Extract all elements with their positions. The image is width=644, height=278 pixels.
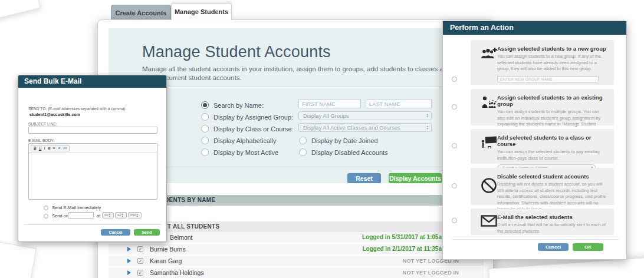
divider (142, 167, 461, 167)
page-title: Manage Student Accounts (142, 43, 331, 61)
minute-select[interactable]: 42 (115, 212, 127, 219)
action-description: Craft an e-mail that will be automatical… (497, 222, 608, 234)
action-card-disable: Disable selected student accounts Disabl… (471, 168, 614, 205)
action-card-new-group: Assign selected students to a new group … (471, 40, 614, 85)
assigned-group-select-value: Display All Groups (303, 112, 349, 119)
page-description: Manage all the student accounts in your … (142, 65, 494, 82)
link-icon[interactable]: ⚭ (57, 145, 61, 151)
radio-alphabetical[interactable] (201, 137, 209, 144)
action-title: E-Mail the selected students (497, 214, 608, 220)
italic-icon[interactable]: I (44, 145, 45, 151)
editor-toolbar-group: B U I ≣ ≡ ⚭ ⚯ (31, 145, 70, 151)
send-to-value: student1@accuskills.com (29, 112, 80, 117)
label-class-course: Display by Class or Course: (213, 125, 294, 133)
ampm-select-value: PM (130, 213, 136, 217)
radio-search-by-name[interactable] (201, 101, 209, 109)
body-label: E-MAIL BODY: (28, 138, 54, 143)
email-cancel-button[interactable]: Cancel (101, 229, 130, 236)
display-accounts-button[interactable]: Display Accounts (389, 173, 442, 183)
ampm-select[interactable]: PM (128, 212, 142, 219)
action-title: Add selected students to a class or cour… (497, 134, 608, 147)
student-row: Samantha Holdings NOT YET LOGGED IN (109, 267, 484, 278)
student-name: Karan Garg (150, 256, 182, 266)
radio-most-active[interactable] (201, 148, 209, 156)
new-group-name-input[interactable] (497, 76, 599, 82)
class-board-icon (479, 136, 499, 151)
action-title: Assign selected students to an existing … (497, 94, 608, 107)
student-checkbox[interactable] (137, 246, 143, 252)
underline-icon[interactable]: U (39, 145, 42, 151)
label-most-active: Display by Most Active (213, 148, 278, 157)
radio-class-course[interactable] (201, 125, 209, 133)
select-arrows-icon (121, 213, 124, 218)
radio-date-joined[interactable] (299, 137, 307, 144)
perform-action-panel: Perform an Action Assign selected studen… (442, 21, 627, 260)
radio-disabled-accounts[interactable] (299, 148, 307, 156)
label-at: at (97, 213, 100, 219)
label-search-by-name: Search by Name: (213, 101, 264, 110)
student-name: Burnie Burns (150, 244, 186, 254)
page-description-line2: disable current student accounts. (142, 74, 494, 82)
first-name-input[interactable] (298, 100, 361, 108)
group-add-icon (479, 47, 499, 62)
action-description: You can assign students to a new group. … (497, 54, 608, 72)
select-arrows-icon (136, 213, 139, 218)
action-text: Add selected students to a class or cour… (497, 134, 608, 172)
radio-action-disable[interactable] (452, 183, 457, 188)
bold-icon[interactable]: B (34, 145, 37, 151)
expand-arrow-icon[interactable] (127, 270, 131, 275)
unlink-icon[interactable]: ⚯ (63, 145, 67, 151)
student-status: NOT YET LOGGED IN (403, 267, 484, 278)
action-title: Disable selected student accounts (497, 173, 608, 180)
student-checkbox[interactable] (137, 258, 143, 264)
tab-manage-students[interactable]: Manage Students (171, 3, 232, 20)
radio-assigned-group[interactable] (201, 113, 209, 121)
reset-button[interactable]: Reset (347, 173, 381, 183)
radio-action-email[interactable] (452, 218, 457, 223)
class-course-select[interactable]: Display All Active Classes and Courses (298, 123, 432, 132)
hour-select[interactable]: 02 (102, 212, 114, 219)
label-alphabetical: Display Alphabetically (213, 137, 276, 145)
subject-input[interactable] (28, 127, 157, 134)
ordered-list-icon[interactable]: ≣ (47, 145, 50, 151)
tab-create-accounts[interactable]: Create Accounts (111, 5, 171, 20)
action-title: Assign selected students to a new group (497, 45, 608, 52)
student-row: Burnie Burns Logged in 2/1/2017 at 11:35… (109, 244, 484, 254)
student-name: Samantha Holdings (150, 267, 204, 278)
label-assigned-group: Display by Assigned Group: (213, 113, 293, 121)
student-name: Belmont (170, 232, 193, 243)
panel-title: Perform an Action (443, 21, 626, 35)
editor-toolbar: B U I ≣ ≡ ⚭ ⚯ (29, 144, 157, 153)
email-body-editor[interactable]: B U I ≣ ≡ ⚭ ⚯ (28, 143, 157, 200)
disable-icon (479, 177, 499, 196)
unordered-list-icon[interactable]: ≡ (53, 145, 55, 151)
group-existing-icon (479, 96, 499, 111)
expand-arrow-icon[interactable] (127, 259, 131, 263)
send-date-input[interactable] (68, 212, 94, 219)
email-send-button[interactable]: Send (134, 229, 160, 236)
select-arrows-icon (109, 213, 111, 218)
action-ok-button[interactable]: OK (573, 243, 603, 251)
select-arrows-icon (426, 112, 429, 120)
radio-action-class-course[interactable] (452, 143, 457, 148)
radio-send-immediately[interactable] (44, 206, 48, 210)
action-card-existing-group: Assign selected students to an existing … (471, 89, 614, 125)
action-cancel-button[interactable]: Cancel (538, 243, 569, 251)
action-card-class-course: Add selected students to a class or cour… (471, 129, 614, 164)
last-name-input[interactable] (366, 100, 432, 108)
radio-send-on[interactable] (44, 214, 48, 219)
label-send-immediately: Send E-Mail Immediately (52, 205, 101, 210)
assigned-group-select[interactable]: Display All Groups (298, 111, 432, 120)
radio-action-existing-group[interactable] (452, 104, 457, 110)
divider (142, 87, 461, 87)
action-description: You can assign the selected students to … (497, 149, 608, 161)
student-checkbox[interactable] (137, 270, 143, 276)
page-description-line1: Manage all the student accounts in your … (142, 65, 494, 74)
radio-action-new-group[interactable] (452, 77, 457, 82)
label-send-on: Send on (52, 213, 68, 219)
email-envelope-icon (479, 215, 499, 229)
expand-arrow-icon[interactable] (127, 247, 131, 251)
send-bulk-email-dialog: Send Bulk E-Mail SEND TO: (E-mail addres… (18, 75, 167, 242)
action-text: Disable selected student accounts Disabl… (497, 173, 608, 213)
label-disabled-accounts: Display Disabled Accounts (311, 148, 388, 157)
